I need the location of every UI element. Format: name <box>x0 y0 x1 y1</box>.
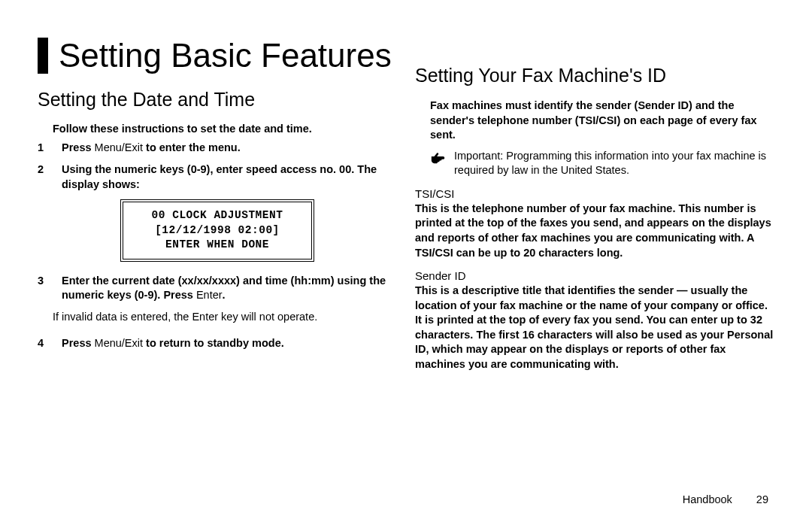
lcd-line-2: [12/12/1998 02:00] <box>131 223 304 238</box>
footer-page: 29 <box>756 493 768 505</box>
step-1-pre: Press <box>62 141 95 153</box>
lcd-line-1: 00 CLOCK ADJUSTMENT <box>131 208 304 223</box>
step-3-text-b: . <box>223 289 226 301</box>
heading-accent-bar <box>38 38 48 74</box>
steps-list-3: 4 Press Menu/Exit to return to standby m… <box>38 336 397 351</box>
step-4-key: Menu/Exit <box>95 337 143 349</box>
important-text: Important: Programming this information … <box>454 149 774 178</box>
important-row: Important: Programming this information … <box>430 149 774 178</box>
right-column: Setting Your Fax Machine's ID Fax machin… <box>415 38 774 502</box>
footer-book: Handbook <box>683 493 732 505</box>
lcd-display: 00 CLOCK ADJUSTMENT [12/12/1998 02:00] E… <box>123 202 311 259</box>
steps-list: 1 Press Menu/Exit to enter the menu. 2 U… <box>38 141 397 193</box>
pointing-hand-icon <box>430 149 447 178</box>
tsi-body: This is the telephone number of your fax… <box>415 202 774 260</box>
footer: Handbook 29 <box>683 493 768 505</box>
sender-label: Sender ID <box>415 269 774 282</box>
section-heading-date: Setting the Date and Time <box>38 89 397 111</box>
heading-group: Setting Basic Features <box>38 38 397 74</box>
step-1-key: Menu/Exit <box>95 141 143 153</box>
main-heading: Setting Basic Features <box>59 38 392 74</box>
left-column: Setting Basic Features Setting the Date … <box>38 38 397 502</box>
invalid-note: If invalid data is entered, the Enter ke… <box>53 311 397 323</box>
lcd-line-3: ENTER WHEN DONE <box>131 238 304 253</box>
intro-line: Follow these instructions to set the dat… <box>53 123 397 135</box>
step-1: 1 Press Menu/Exit to enter the menu. <box>38 141 397 156</box>
tsi-label: TSI/CSI <box>415 187 774 200</box>
legal-rule: Fax machines must identify the sender (S… <box>430 99 774 143</box>
steps-list-2: 3 Enter the current date (xx/xx/xxxx) an… <box>38 274 397 303</box>
section-heading-id: Setting Your Fax Machine's ID <box>415 65 774 86</box>
step-3: 3 Enter the current date (xx/xx/xxxx) an… <box>38 274 397 303</box>
step-1-post: to enter the menu. <box>143 141 241 153</box>
step-2-text: Using the numeric keys (0-9), enter spee… <box>62 163 377 190</box>
page: Setting Basic Features Setting the Date … <box>0 0 812 525</box>
sender-body: This is a descriptive title that identif… <box>415 284 774 372</box>
step-4: 4 Press Menu/Exit to return to standby m… <box>38 336 397 351</box>
step-4-post: to return to standby mode. <box>143 337 284 349</box>
step-3-key: Enter <box>196 289 223 301</box>
step-2: 2 Using the numeric keys (0-9), enter sp… <box>38 162 397 192</box>
step-4-pre: Press <box>62 337 95 349</box>
